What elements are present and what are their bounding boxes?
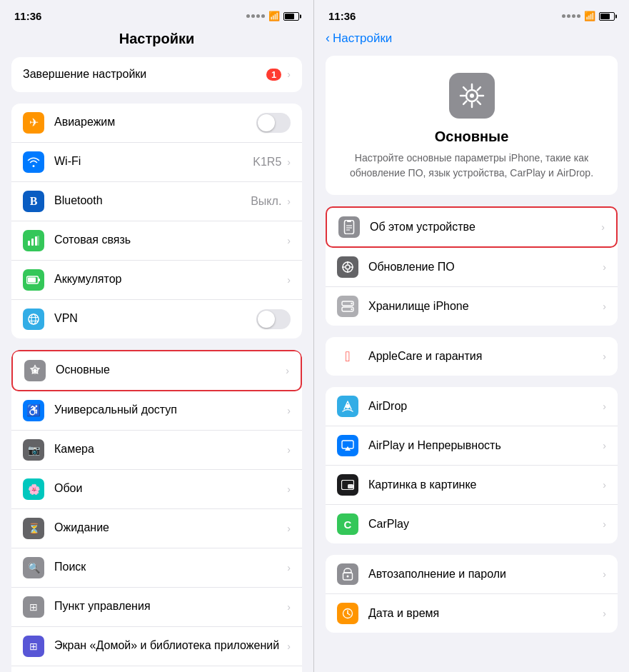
wifi-label: Wi-Fi (54, 154, 253, 169)
airplane-item[interactable]: ✈ Авиарежим (11, 104, 302, 143)
completion-label: Завершение настройки (23, 67, 266, 82)
airplay-chevron: › (603, 440, 606, 451)
svg-point-14 (470, 94, 474, 98)
airplay-icon (337, 435, 358, 456)
carplay-item[interactable]: C CarPlay › (326, 505, 618, 543)
battery-label: Аккумулятор (54, 272, 286, 287)
datetime-icon (337, 603, 358, 624)
bluetooth-icon: B (23, 191, 44, 212)
update-item[interactable]: Обновление ПО › (326, 248, 618, 287)
right-header-title: Основные (337, 129, 606, 145)
signal-icon (246, 14, 265, 18)
svg-rect-5 (28, 277, 36, 282)
svg-point-36 (351, 303, 352, 304)
autofill-item[interactable]: Автозаполнение и пароли › (326, 555, 618, 594)
vpn-toggle[interactable] (256, 309, 291, 329)
svg-point-44 (347, 576, 349, 578)
storage-chevron: › (603, 301, 606, 312)
right-time: 11:36 (328, 10, 356, 22)
waiting-item[interactable]: ⏳ Ожидание › (11, 509, 302, 548)
storage-label: Хранилище iPhone (368, 300, 603, 313)
cellular-item[interactable]: Сотовая связь › (11, 221, 302, 261)
search-item[interactable]: 🔍 Поиск › (11, 548, 302, 588)
osnov-header-icon (449, 73, 495, 119)
group2-card: Основные › ♿ Универсальный доступ › 📷 Ка… (11, 350, 302, 672)
bluetooth-item[interactable]: B Bluetooth Выкл. › (11, 182, 302, 221)
cellular-chevron: › (287, 235, 291, 246)
pip-item[interactable]: Картинка в картинке › (326, 466, 618, 505)
wallpaper-item[interactable]: 🌸 Обои › (11, 470, 302, 509)
airplane-toggle[interactable] (256, 113, 291, 133)
wifi-chevron: › (287, 156, 291, 168)
airplay-item[interactable]: AirPlay и Непрерывность › (326, 426, 618, 466)
camera-label: Камера (54, 442, 286, 457)
svg-point-7 (29, 314, 39, 324)
wifi-item-icon (23, 151, 44, 173)
battery-item[interactable]: Аккумулятор › (11, 261, 302, 300)
osnov-icon (24, 360, 46, 381)
right-panel: 11:36 📶 ‹ Настройки (314, 0, 629, 672)
vpn-label: VPN (54, 311, 256, 326)
vpn-item[interactable]: VPN (11, 300, 302, 338)
completion-chevron: › (287, 69, 291, 80)
about-chevron: › (601, 221, 605, 233)
svg-rect-2 (35, 236, 37, 246)
update-icon (337, 256, 358, 278)
right-signal-icon (562, 14, 580, 18)
airdrop-chevron: › (603, 401, 606, 412)
svg-rect-23 (345, 221, 354, 234)
carplay-chevron: › (603, 518, 606, 530)
carplay-icon: C (337, 513, 358, 535)
bluetooth-label: Bluetooth (54, 194, 251, 209)
airdrop-label: AirDrop (368, 400, 603, 413)
autofill-icon (337, 563, 358, 585)
display-item[interactable]: ☀ Экран и яркость › (11, 666, 302, 672)
battery-icon (283, 12, 299, 21)
svg-line-21 (477, 87, 480, 90)
camera-icon: 📷 (23, 439, 44, 461)
waiting-label: Ожидание (54, 521, 286, 536)
cellular-icon (23, 230, 44, 251)
svg-rect-3 (37, 236, 39, 246)
right-scroll: Основные Настройте основные параметры iP… (314, 56, 629, 672)
airplane-icon: ✈ (23, 112, 44, 134)
home-icon: ⊞ (23, 636, 44, 657)
search-icon: 🔍 (23, 557, 44, 578)
completion-row[interactable]: Завершение настройки 1 › (11, 57, 302, 92)
airplane-label: Авиарежим (54, 115, 256, 130)
univ-item[interactable]: ♿ Универсальный доступ › (11, 391, 302, 431)
autofill-label: Автозаполнение и пароли (368, 568, 603, 581)
datetime-item[interactable]: Дата и время › (326, 594, 618, 633)
control-item[interactable]: ⊞ Пункт управления › (11, 588, 302, 627)
svg-point-8 (31, 314, 36, 324)
wallpaper-icon: 🌸 (23, 478, 44, 500)
right-battery-icon (599, 12, 615, 21)
storage-icon (337, 296, 358, 317)
pip-chevron: › (603, 479, 606, 491)
datetime-label: Дата и время (368, 607, 603, 620)
camera-item[interactable]: 📷 Камера › (11, 431, 302, 470)
airplay-label: AirPlay и Непрерывность (368, 439, 603, 452)
vpn-icon (23, 309, 44, 330)
update-label: Обновление ПО (368, 261, 603, 274)
about-label: Об этом устройстве (370, 221, 601, 234)
bluetooth-value: Выкл. (251, 195, 281, 208)
wifi-item[interactable]: Wi-Fi K1R5 › (11, 143, 302, 182)
wifi-value: K1R5 (253, 156, 281, 169)
waiting-icon: ⏳ (23, 518, 44, 539)
applecare-item[interactable]:  AppleCare и гарантия › (326, 337, 618, 376)
right-header-card: Основные Настройте основные параметры iP… (326, 56, 618, 195)
svg-line-47 (348, 613, 350, 615)
camera-chevron: › (287, 444, 291, 456)
airdrop-item[interactable]: AirDrop › (326, 387, 618, 426)
about-item[interactable]: Об этом устройстве › (326, 206, 618, 248)
wifi-icon: 📶 (268, 11, 280, 21)
storage-item[interactable]: Хранилище iPhone › (326, 287, 618, 326)
osnov-item[interactable]: Основные › (11, 350, 302, 391)
left-scroll: Завершение настройки 1 › ✈ Авиарежим (0, 57, 313, 672)
settings-group1: ✈ Авиарежим Wi-Fi K1R5 › (11, 104, 302, 338)
home-item[interactable]: ⊞ Экран «Домой» и библиотека приложений … (11, 627, 302, 666)
back-nav[interactable]: ‹ Настройки (314, 28, 629, 56)
airdrop-icon (337, 396, 358, 417)
svg-line-19 (463, 87, 466, 90)
